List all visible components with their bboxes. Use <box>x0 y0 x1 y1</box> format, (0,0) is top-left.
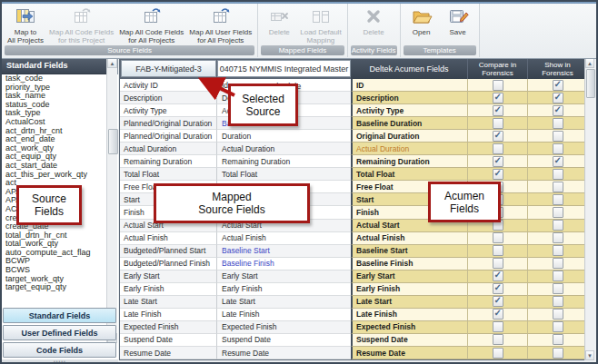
source-field-cell: Late Start <box>120 296 217 309</box>
delete-button[interactable]: Delete <box>261 5 297 37</box>
list-item-act-this-per-work-qty[interactable]: act_this_per_work_qty <box>2 171 118 180</box>
compare-in-forensics-cell <box>467 155 527 168</box>
show-checkbox[interactable] <box>553 93 563 103</box>
source-fields-scrollbar[interactable]: ▲ ▼ <box>106 58 117 343</box>
map-all-code-fields-for-all-projects-button[interactable]: Map All Code Fields for All Projects <box>116 5 186 45</box>
compare-checkbox[interactable] <box>493 348 503 359</box>
table-row[interactable]: Expected FinishExpected FinishExpected F… <box>120 321 587 334</box>
compare-in-forensics-cell <box>467 130 527 143</box>
table-row[interactable]: Remaining DurationRemaining DurationRema… <box>120 155 587 168</box>
nav-button-code-fields[interactable]: Code Fields <box>3 342 116 358</box>
compare-checkbox[interactable] <box>493 245 503 256</box>
compare-checkbox[interactable] <box>493 105 503 116</box>
compare-in-forensics-cell <box>467 334 527 347</box>
open-button[interactable]: Open <box>404 5 440 37</box>
map-to-all-projects-button[interactable]: Map to All Projects <box>5 5 46 45</box>
table-row[interactable]: Planned/Original DurationDurationOrigina… <box>120 130 587 143</box>
acumen-field-cell: Activity Type <box>351 104 467 117</box>
mapped-field-cell: Late Start <box>217 296 351 309</box>
source-field-cell: Activity Type <box>120 104 217 117</box>
table-row[interactable]: Budgeted/Planned FinishBaseline FinishBa… <box>120 258 587 271</box>
show-checkbox[interactable] <box>553 169 563 180</box>
show-checkbox[interactable] <box>553 118 563 129</box>
show-checkbox[interactable] <box>553 309 563 320</box>
ribbon-group-mapped-fields: DeleteLoad Default MappingMapped Fields <box>258 4 347 57</box>
show-checkbox[interactable] <box>553 182 563 192</box>
compare-in-forensics-cell <box>467 245 527 258</box>
compare-checkbox[interactable] <box>493 169 503 180</box>
show-checkbox[interactable] <box>553 143 563 154</box>
delete-button[interactable]: Delete <box>355 5 392 37</box>
table-row[interactable]: Late FinishLate FinishLate Finish <box>120 309 587 321</box>
acumen-field-cell: Expected Finish <box>351 321 467 334</box>
compare-checkbox[interactable] <box>493 80 503 91</box>
table-row[interactable]: Early StartEarly StartEarly Start <box>120 271 587 283</box>
compare-checkbox[interactable] <box>493 131 503 142</box>
show-in-forensics-cell <box>527 206 587 219</box>
scroll-up-icon[interactable]: ▲ <box>585 58 594 68</box>
mapped-field-cell: Early Finish <box>217 283 351 296</box>
show-checkbox[interactable] <box>553 348 563 359</box>
table-row[interactable]: Suspend DateSuspend DateSuspend Date <box>120 334 587 347</box>
mapped-field-cell: Remaining Duration <box>217 155 351 168</box>
table-row[interactable]: Early FinishEarly FinishEarly Finish <box>120 283 587 296</box>
scrollbar-thumb[interactable] <box>586 69 595 98</box>
acumen-field-cell: Remaining Duration <box>351 155 467 168</box>
table-row[interactable]: Resume DateResume DateResume Date <box>120 347 587 359</box>
map-all-code-fields-for-this-project-button[interactable]: Map All Code Fields for this Project <box>46 5 116 45</box>
load-default-mapping-button[interactable]: Load Default Mapping <box>297 5 344 45</box>
nav-pane-splitter[interactable]: ••••• <box>2 359 118 364</box>
show-checkbox[interactable] <box>553 156 563 167</box>
show-checkbox[interactable] <box>553 105 563 116</box>
compare-checkbox[interactable] <box>493 321 503 332</box>
ribbon-group-caption: Activity Fields <box>351 45 397 55</box>
nav-button-user-defined-fields[interactable]: User Defined Fields <box>3 325 116 340</box>
show-checkbox[interactable] <box>553 258 563 269</box>
table-row[interactable]: Actual FinishActual FinishActual Finish <box>120 232 587 245</box>
show-in-forensics-cell <box>527 283 587 296</box>
acumen-field-mapping-window: Map to All ProjectsMap All Code Fields f… <box>0 0 598 364</box>
show-checkbox[interactable] <box>553 283 563 294</box>
show-checkbox[interactable] <box>553 194 563 205</box>
nav-button-standard-fields[interactable]: Standard Fields <box>3 308 116 323</box>
table-row[interactable]: Budgeted/Planned StartBaseline StartBase… <box>120 245 587 258</box>
show-checkbox[interactable] <box>553 220 563 231</box>
scroll-down-icon[interactable]: ▼ <box>585 350 594 360</box>
show-checkbox[interactable] <box>553 207 563 218</box>
window-top-edge <box>2 2 596 4</box>
scroll-up-icon[interactable]: ▲ <box>107 58 117 68</box>
show-checkbox[interactable] <box>553 245 563 256</box>
show-checkbox[interactable] <box>553 321 563 332</box>
compare-in-forensics-cell <box>467 271 527 283</box>
show-checkbox[interactable] <box>553 296 563 307</box>
show-checkbox[interactable] <box>553 232 563 243</box>
compare-checkbox[interactable] <box>493 309 503 320</box>
show-checkbox[interactable] <box>553 131 563 142</box>
show-checkbox[interactable] <box>553 80 563 91</box>
compare-checkbox[interactable] <box>493 143 503 154</box>
save-button[interactable]: Save <box>440 5 476 37</box>
table-row[interactable]: Total FloatTotal FloatTotal Float <box>120 168 587 181</box>
show-checkbox[interactable] <box>553 271 563 281</box>
compare-checkbox[interactable] <box>493 258 503 269</box>
table-scrollbar[interactable]: ▲ ▼ <box>584 58 594 360</box>
compare-checkbox[interactable] <box>493 232 503 243</box>
acumen-field-cell: Total Float <box>351 168 467 181</box>
compare-checkbox[interactable] <box>493 296 503 307</box>
show-checkbox[interactable] <box>553 334 563 345</box>
compare-checkbox[interactable] <box>493 156 503 167</box>
table-row[interactable]: Late StartLate StartLate Start <box>120 296 587 309</box>
table-row[interactable]: Actual DurationActual DurationActual Dur… <box>120 143 587 155</box>
list-item-target-equip-qty[interactable]: target_equip_qty <box>2 283 118 292</box>
table-row[interactable]: Activity TypeAcumActivity Type <box>120 104 587 117</box>
map-all-user-fields-for-all-projects-button[interactable]: Map All User Fields for All Projects <box>186 5 254 45</box>
table-row[interactable]: Planned/Original DurationBaseline Durati… <box>120 117 587 130</box>
map-to-all-projects-icon <box>15 6 36 27</box>
compare-checkbox[interactable] <box>493 334 503 345</box>
compare-checkbox[interactable] <box>493 118 503 129</box>
compare-checkbox[interactable] <box>493 93 503 103</box>
compare-checkbox[interactable] <box>493 283 503 294</box>
source-field-cell: Budgeted/Planned Finish <box>120 258 217 271</box>
scrollbar-thumb[interactable] <box>108 129 118 154</box>
compare-checkbox[interactable] <box>493 271 503 281</box>
